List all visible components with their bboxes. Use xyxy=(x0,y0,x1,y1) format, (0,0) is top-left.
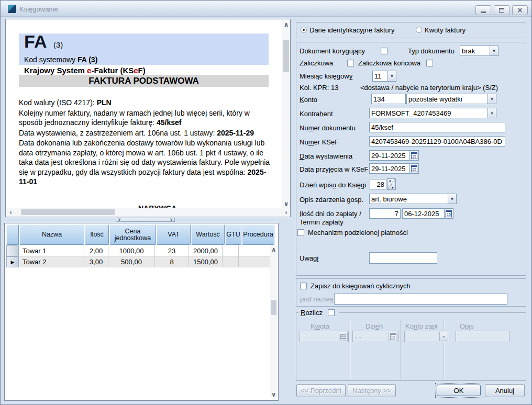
preview-horizontal-scrollbar[interactable]: ‹ › xyxy=(7,208,290,216)
minimize-button[interactable] xyxy=(475,5,491,15)
cell-vat[interactable]: 23 xyxy=(155,245,189,256)
dzien-wpisu-spinner[interactable]: ▲ ▼ xyxy=(387,178,396,190)
checkbox-zapisz-cykliczne[interactable] xyxy=(300,283,307,289)
cell-wartosc[interactable]: 1500,00 xyxy=(189,256,223,267)
radio-label-kwoty[interactable]: Kwoty faktury xyxy=(425,26,465,34)
chevron-down-icon[interactable]: ▼ xyxy=(387,71,396,81)
cell-gtu[interactable] xyxy=(223,245,239,256)
grid-header-ilosc[interactable]: Ilość xyxy=(85,224,109,245)
invoice-preview-panel: FA (3) Kod systemowy FA (3) Krajowy Syst… xyxy=(5,19,291,217)
cell-procedura[interactable] xyxy=(239,245,271,256)
grid-vertical-scrollbar[interactable]: ∧ ∨ xyxy=(270,245,278,398)
radio-kwoty-faktury[interactable] xyxy=(416,27,422,33)
termin-zaplaty-field[interactable]: 06-12-2025 15 xyxy=(402,208,453,219)
splitter-handle[interactable]: ∨ ∨ xyxy=(116,218,175,222)
label-zapisz-cykliczne[interactable]: Zapisz do księgowań cyklicznych xyxy=(311,282,411,290)
grid-header-procedura[interactable]: Procedura xyxy=(242,224,274,245)
numer-ksef-field[interactable] xyxy=(369,136,505,147)
table-row[interactable]: Towar 1 2,00 1000,00 23 2000,00 xyxy=(6,245,271,256)
chevron-down-icon[interactable]: ▼ xyxy=(490,46,498,55)
grid-header-cena[interactable]: Cena jednostkowa xyxy=(109,224,156,245)
row-selector[interactable] xyxy=(6,245,19,256)
scroll-down-icon[interactable]: ∨ xyxy=(282,200,290,208)
preview-vscroll-track[interactable] xyxy=(282,28,290,200)
next-button[interactable]: Następny >> xyxy=(348,384,396,397)
scroll-up-icon[interactable]: ∧ xyxy=(270,245,278,253)
ilosc-dni-field[interactable] xyxy=(369,208,401,219)
checkbox-zaliczkowa-koncowa[interactable] xyxy=(426,60,433,66)
preview-vertical-scrollbar[interactable]: ∧ ∨ xyxy=(282,20,290,208)
combo-typ-dokumentu[interactable]: brak ▼ xyxy=(460,46,498,56)
chevron-down-icon[interactable]: ▼ xyxy=(487,94,496,104)
scroll-right-icon[interactable]: › xyxy=(282,208,290,216)
cell-wartosc[interactable]: 2000,00 xyxy=(189,245,223,256)
title-bar: Księgowanie × xyxy=(1,1,531,17)
restore-button[interactable] xyxy=(494,5,509,15)
konto-number-field[interactable] xyxy=(371,94,406,104)
preview-vscroll-thumb[interactable] xyxy=(283,40,289,72)
grid-header-row: Nazwa Ilość Cena jednostkowa VAT Wartość… xyxy=(6,224,275,245)
splitter-bar[interactable]: ∨ ∨ xyxy=(5,218,291,222)
dzien-wpisu-field[interactable] xyxy=(370,179,386,189)
scroll-up-icon[interactable]: ∧ xyxy=(282,20,290,28)
checkbox-zaliczkowa[interactable] xyxy=(347,60,354,66)
checkbox-dokument-korygujacy[interactable] xyxy=(381,48,387,54)
cell-procedura[interactable] xyxy=(239,256,271,267)
ok-button[interactable]: OK xyxy=(437,385,481,396)
previous-button[interactable]: << Poprzedni xyxy=(296,384,346,397)
close-icon: × xyxy=(517,6,522,15)
calendar-button[interactable]: 15 xyxy=(409,151,418,160)
spin-down-icon[interactable]: ▼ xyxy=(391,186,394,189)
combo-opis-zdarzenia[interactable]: art. biurowe ▼ xyxy=(369,194,457,204)
preview-hscroll-track[interactable] xyxy=(15,208,282,216)
ksef-title-line: Krajowy System e-Faktur (KSeF) xyxy=(24,66,146,75)
pod-nazwa-field[interactable] xyxy=(334,294,507,305)
combo-opis-value: art. biurowe xyxy=(371,195,407,203)
table-row[interactable]: ▶ Towar 2 3,00 500,00 8 1500,00 xyxy=(6,256,271,267)
row-selector-current[interactable]: ▶ xyxy=(6,256,19,267)
grid-vscroll-thumb[interactable] xyxy=(271,300,276,315)
cell-gtu[interactable] xyxy=(223,256,239,267)
cell-ilosc[interactable]: 3,00 xyxy=(84,256,108,267)
cell-cena[interactable]: 1000,00 xyxy=(108,245,155,256)
grid-vscroll-track[interactable] xyxy=(270,253,278,390)
numer-dokumentu-field[interactable] xyxy=(369,122,505,132)
grid-header-gtu[interactable]: GTU xyxy=(225,224,241,245)
scroll-down-icon[interactable]: ∨ xyxy=(270,390,278,398)
rozlicz-legend: Rozlicz xyxy=(298,308,339,317)
close-button[interactable]: × xyxy=(512,5,528,15)
grid-header-vat[interactable]: VAT xyxy=(157,224,191,245)
chevron-down-icon[interactable]: ▼ xyxy=(448,194,456,204)
scroll-left-icon[interactable]: ‹ xyxy=(7,208,15,216)
preview-hscroll-thumb[interactable] xyxy=(21,209,115,215)
combo-miesiac-ksiegowy[interactable]: 11 ▼ xyxy=(372,71,396,82)
uwagi-field[interactable] xyxy=(369,252,437,264)
cell-cena[interactable]: 500,00 xyxy=(108,256,155,267)
combo-konto-nazwa[interactable]: pozostałe wydatki ▼ xyxy=(406,94,496,104)
cell-ilosc[interactable]: 2,00 xyxy=(84,245,108,256)
calculator-icon xyxy=(340,334,346,339)
system-code-line: Kod systemowy FA (3) xyxy=(24,55,97,64)
label-konto-zapl: Konto zapł xyxy=(405,322,437,330)
chevron-down-icon[interactable]: ▼ xyxy=(487,108,496,118)
date-wystawienia-field[interactable]: 29-11-2025 15 xyxy=(369,150,419,161)
checkbox-rozlicz[interactable] xyxy=(328,309,335,316)
checkbox-mpp[interactable] xyxy=(297,229,304,236)
spin-up-icon[interactable]: ▲ xyxy=(389,179,392,182)
cell-vat[interactable]: 8 xyxy=(155,256,189,267)
cell-nazwa[interactable]: Towar 1 xyxy=(19,245,84,256)
combo-kontrahent[interactable]: FORMSOFT_4207453469 ▼ xyxy=(369,108,496,118)
date-przyjecia-field[interactable]: 29-11-2025 15 xyxy=(369,163,419,174)
cell-nazwa[interactable]: Towar 2 xyxy=(19,256,84,267)
cancel-button[interactable]: Anuluj xyxy=(485,384,525,397)
label-rozlicz: Rozlicz xyxy=(301,309,323,317)
calendar-button[interactable]: 15 xyxy=(444,209,453,218)
grid-header-nazwa[interactable]: Nazwa xyxy=(19,224,84,245)
calendar-button[interactable]: 15 xyxy=(409,164,418,173)
label-uwagi: Uwagi xyxy=(300,254,318,262)
label-numer-ksef: Numer KSeF xyxy=(300,138,339,146)
radio-label-dane[interactable]: Dane identyfikacyjne faktury xyxy=(309,26,395,34)
label-opis: Opis xyxy=(460,322,474,330)
grid-header-wartosc[interactable]: Wartość xyxy=(191,224,225,245)
radio-dane-identyfikacyjne[interactable] xyxy=(301,27,307,33)
